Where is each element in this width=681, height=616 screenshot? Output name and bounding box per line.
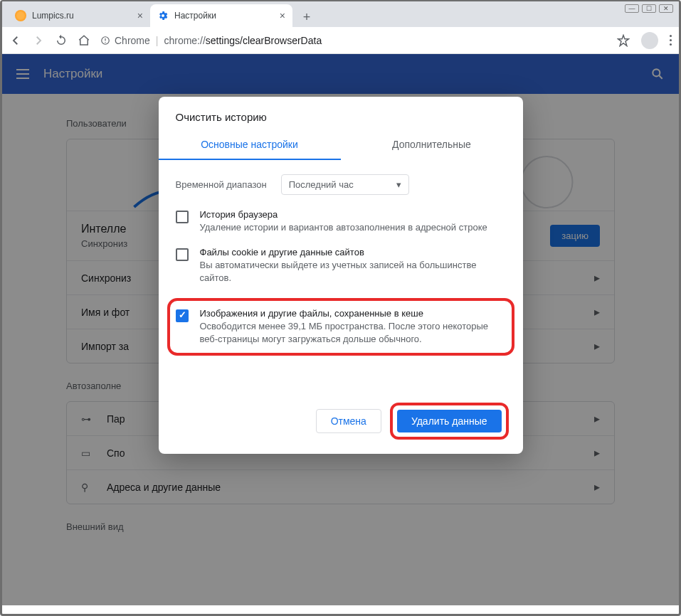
back-button[interactable]	[9, 34, 22, 47]
menu-button[interactable]	[670, 35, 672, 46]
check-sub: Освободится менее 39,1 МБ пространства. …	[200, 320, 506, 346]
highlight-confirm: Удалить данные	[390, 403, 509, 440]
close-tab-icon[interactable]: ×	[280, 10, 285, 21]
window-controls: — ☐ ✕	[625, 4, 673, 13]
dialog-actions: Отмена Удалить данные	[159, 360, 523, 454]
svg-point-2	[105, 41, 105, 42]
checkbox-history[interactable]: История браузера Удаление истории и вари…	[176, 209, 506, 234]
address-bar[interactable]: Chrome | chrome://settings/clearBrowserD…	[100, 35, 607, 46]
confirm-button[interactable]: Удалить данные	[397, 410, 502, 432]
forward-button[interactable]	[32, 34, 45, 47]
tab-title: Lumpics.ru	[32, 11, 132, 21]
maximize-button[interactable]: ☐	[642, 4, 656, 13]
time-range-row: Временной диапазон Последний час	[176, 174, 506, 195]
time-range-select[interactable]: Последний час	[281, 174, 409, 195]
time-range-label: Временной диапазон	[176, 179, 267, 190]
tab-strip: Lumpics.ru × Настройки × +	[2, 1, 679, 27]
check-title: Файлы cookie и другие данные сайтов	[200, 247, 506, 257]
modal-overlay: Очистить историю Основные настройки Допо…	[2, 54, 679, 605]
dialog-tabs: Основные настройки Дополнительные	[159, 130, 523, 160]
close-tab-icon[interactable]: ×	[137, 10, 143, 21]
checkbox-cache[interactable]: Изображения и другие файлы, сохраненные …	[176, 308, 506, 346]
bookmark-icon[interactable]	[617, 34, 630, 47]
checkbox-icon[interactable]	[176, 211, 189, 223]
checkbox-cookies[interactable]: Файлы cookie и другие данные сайтов Вы а…	[176, 247, 506, 285]
clear-data-dialog: Очистить историю Основные настройки Допо…	[159, 97, 523, 454]
profile-avatar[interactable]	[641, 32, 658, 49]
content-area: Настройки Пользователи Интелле Синхрониз…	[2, 54, 679, 605]
checkbox-icon[interactable]	[176, 248, 189, 261]
browser-window: — ☐ ✕ Lumpics.ru × Настройки × +	[0, 0, 681, 616]
security-label: Chrome	[115, 35, 150, 46]
check-title: Изображения и другие файлы, сохраненные …	[200, 308, 506, 319]
favicon-gear-icon	[157, 10, 169, 21]
close-window-button[interactable]: ✕	[659, 4, 673, 13]
check-title: История браузера	[200, 209, 487, 220]
toolbar: Chrome | chrome://settings/clearBrowserD…	[2, 27, 679, 54]
tab-basic[interactable]: Основные настройки	[159, 130, 341, 160]
tab-lumpics[interactable]: Lumpics.ru ×	[8, 4, 150, 27]
checkbox-icon[interactable]	[176, 309, 189, 322]
security-icon: Chrome	[100, 35, 150, 46]
check-sub: Вы автоматически выйдете из учетных запи…	[200, 259, 506, 285]
home-button[interactable]	[78, 34, 90, 47]
dialog-title: Очистить историю	[159, 97, 523, 130]
check-sub: Удаление истории и вариантов автозаполне…	[200, 221, 487, 234]
favicon-orange-icon	[15, 10, 26, 21]
new-tab-button[interactable]: +	[297, 7, 317, 27]
tab-settings[interactable]: Настройки ×	[150, 4, 292, 27]
url-text: chrome://settings/clearBrowserData	[164, 35, 607, 46]
reload-button[interactable]	[55, 34, 68, 47]
tab-advanced[interactable]: Дополнительные	[341, 130, 523, 160]
cancel-button[interactable]: Отмена	[316, 409, 381, 433]
tab-title: Настройки	[174, 11, 274, 21]
minimize-button[interactable]: —	[625, 4, 639, 13]
highlight-cache: Изображения и другие файлы, сохраненные …	[167, 298, 514, 356]
